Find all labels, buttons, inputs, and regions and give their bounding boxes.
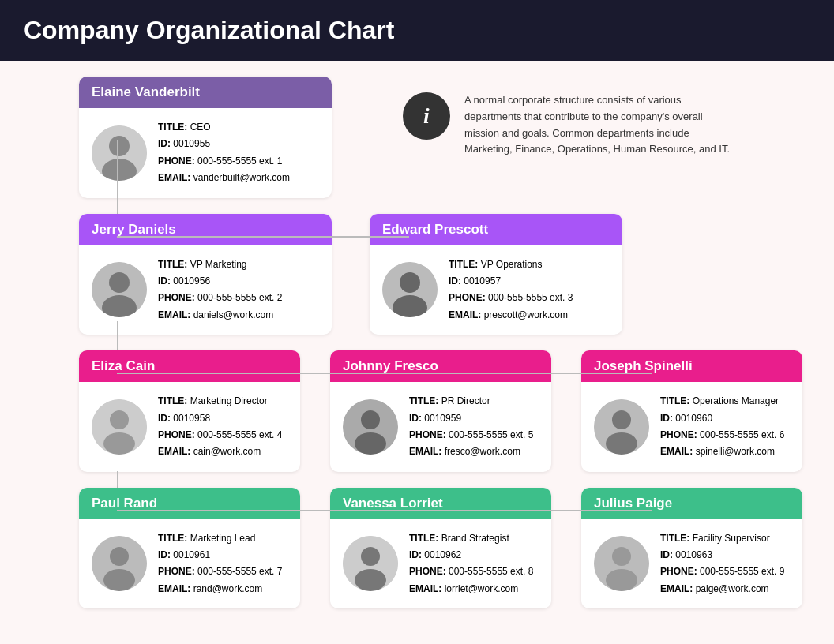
lead3-avatar bbox=[594, 536, 649, 591]
lead1-info: TITLE: Marketing Lead ID: 0010961 PHONE:… bbox=[158, 530, 282, 598]
lead2-card: Vanessa Lorriet TITLE: Brand Strategist … bbox=[330, 488, 551, 609]
lead1-avatar bbox=[92, 536, 147, 591]
svg-point-19 bbox=[110, 547, 129, 566]
svg-point-16 bbox=[612, 410, 631, 429]
lead2-info: TITLE: Brand Strategist ID: 0010962 PHON… bbox=[409, 530, 533, 598]
info-box: i A normal corporate structure consists … bbox=[403, 84, 734, 166]
svg-point-13 bbox=[361, 410, 380, 429]
ceo-avatar bbox=[92, 125, 147, 181]
h-line-dir3 bbox=[117, 373, 652, 374]
svg-point-17 bbox=[606, 432, 637, 455]
svg-point-11 bbox=[103, 432, 135, 455]
dir3-info: TITLE: Operations Manager ID: 0010960 PH… bbox=[660, 393, 784, 461]
svg-point-22 bbox=[361, 547, 380, 566]
lead3-name: Julius Paige bbox=[581, 488, 802, 519]
lead2-name: Vanessa Lorriet bbox=[330, 488, 551, 519]
vp2-name: Edward Prescott bbox=[370, 214, 622, 245]
dir3-name: Joseph Spinelli bbox=[581, 350, 802, 382]
dir1-card: Eliza Cain TITLE: Marketing Director ID:… bbox=[79, 350, 300, 472]
vp2-info: TITLE: VP Operations ID: 0010957 PHONE: … bbox=[449, 256, 573, 324]
dir2-card: Johnny Fresco TITLE: PR Director ID: 001… bbox=[330, 350, 551, 472]
vp2-avatar bbox=[382, 262, 438, 317]
h-line-vp2 bbox=[117, 236, 409, 238]
vp1-avatar bbox=[92, 262, 147, 317]
svg-point-10 bbox=[110, 410, 129, 429]
info-icon: i bbox=[403, 92, 450, 140]
svg-point-4 bbox=[109, 272, 130, 293]
ceo-info: TITLE: CEO ID: 0010955 PHONE: 000-555-55… bbox=[158, 119, 290, 187]
svg-point-23 bbox=[355, 569, 386, 591]
page-title: Company Organizational Chart bbox=[24, 16, 394, 44]
svg-point-20 bbox=[103, 569, 135, 591]
svg-point-1 bbox=[109, 136, 130, 156]
vp1-info: TITLE: VP Marketing ID: 0010956 PHONE: 0… bbox=[158, 256, 282, 324]
dir2-info: TITLE: PR Director ID: 0010959 PHONE: 00… bbox=[409, 393, 533, 461]
lead3-info: TITLE: Facility Supervisor ID: 0010963 P… bbox=[660, 530, 784, 598]
lead3-card: Julius Paige TITLE: Facility Supervisor … bbox=[581, 488, 802, 609]
h-line-lead3 bbox=[117, 510, 652, 511]
dir3-card: Joseph Spinelli TITLE: Operations Manage… bbox=[581, 350, 802, 472]
lead2-avatar bbox=[343, 536, 398, 591]
vp2-card: Edward Prescott TITLE: VP Operations ID:… bbox=[370, 214, 622, 335]
dir1-name: Eliza Cain bbox=[79, 350, 300, 382]
dir1-info: TITLE: Marketing Director ID: 0010958 PH… bbox=[158, 393, 282, 461]
info-description: A normal corporate structure consists of… bbox=[464, 92, 734, 158]
dir2-name: Johnny Fresco bbox=[330, 350, 551, 382]
lead1-name: Paul Rand bbox=[79, 488, 300, 519]
ceo-name: Elaine Vanderbilt bbox=[79, 77, 332, 108]
svg-point-25 bbox=[612, 547, 631, 566]
dir2-avatar bbox=[343, 399, 398, 455]
vp1-card: Jerry Daniels TITLE: VP Marketing ID: 00… bbox=[79, 214, 332, 335]
page-header: Company Organizational Chart bbox=[0, 0, 834, 61]
svg-point-26 bbox=[606, 569, 637, 591]
dir1-avatar bbox=[92, 399, 147, 455]
vp1-name: Jerry Daniels bbox=[79, 214, 332, 245]
dir3-avatar bbox=[594, 399, 649, 455]
svg-point-7 bbox=[400, 272, 420, 293]
lead1-card: Paul Rand TITLE: Marketing Lead ID: 0010… bbox=[79, 488, 300, 609]
svg-point-14 bbox=[355, 432, 386, 455]
